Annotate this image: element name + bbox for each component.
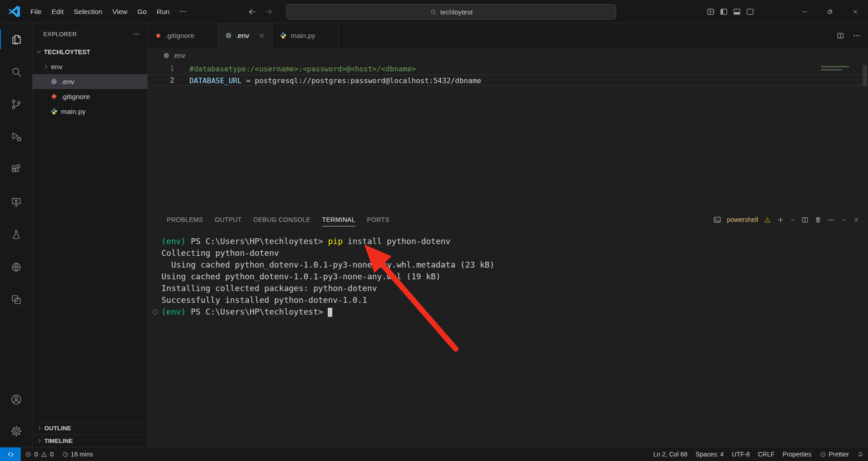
terminal-output[interactable]: (env) PS C:\Users\HP\techloytest> pip in…: [148, 230, 868, 318]
terminal-line: (env) PS C:\Users\HP\techloytest>: [161, 306, 868, 318]
status-bar: 0 0 16 mins Ln 2, Col 68 Spaces: 4 UTF-8…: [0, 447, 868, 461]
panel-tab-terminal[interactable]: TERMINAL: [316, 209, 361, 230]
cursor-position[interactable]: Ln 2, Col 68: [649, 447, 692, 461]
tab-gitignore[interactable]: .gitignore: [148, 23, 218, 48]
encoding-status[interactable]: UTF-8: [728, 447, 754, 461]
menu-item-run[interactable]: Run: [151, 4, 174, 19]
notifications-bell[interactable]: [853, 447, 868, 461]
file-label: main.py: [61, 108, 85, 116]
extensions-icon[interactable]: [0, 153, 33, 186]
timeline-section[interactable]: TIMELINE: [33, 434, 147, 447]
accounts-icon[interactable]: [0, 384, 33, 415]
toggle-secondary-sidebar-icon[interactable]: [745, 7, 755, 16]
menu-item-file[interactable]: File: [25, 4, 47, 19]
tab-label: .env: [236, 32, 249, 40]
split-terminal-icon[interactable]: [801, 216, 809, 224]
customize-layout-icon[interactable]: [706, 7, 715, 16]
minimize-button[interactable]: [792, 0, 817, 23]
outline-section[interactable]: OUTLINE: [33, 422, 147, 434]
explorer-more-actions-icon[interactable]: [132, 30, 140, 38]
activity-bar: [0, 23, 33, 447]
code-text: DATABASE_URL = postgresql://postgres:pas…: [174, 75, 481, 85]
remote-icon: [7, 451, 14, 458]
language-mode[interactable]: Properties: [778, 447, 816, 461]
close-window-button[interactable]: [843, 0, 868, 23]
run-debug-icon[interactable]: [0, 121, 33, 153]
command-center-search[interactable]: techloytest: [286, 4, 616, 19]
menu-bar: FileEditSelectionViewGoRun: [25, 0, 191, 23]
duration-label: 16 mins: [71, 451, 93, 458]
overlapping-windows-icon[interactable]: [0, 283, 33, 316]
shell-label[interactable]: powershell: [727, 216, 758, 223]
code-line[interactable]: 1#databasetype:/<username>:<password>@<h…: [148, 63, 868, 75]
tab-main-py[interactable]: main.py: [273, 23, 339, 48]
split-editor-icon[interactable]: [836, 32, 844, 40]
editor-more-actions-icon[interactable]: [853, 32, 861, 40]
search-sidebar-icon[interactable]: [0, 56, 33, 88]
panel-tab-problems[interactable]: PROBLEMS: [161, 209, 209, 230]
explorer-icon[interactable]: [0, 23, 33, 56]
close-panel-icon[interactable]: [853, 216, 860, 223]
forward-arrow-icon[interactable]: [264, 7, 273, 16]
toggle-panel-icon[interactable]: [732, 7, 741, 16]
new-terminal-icon[interactable]: [777, 216, 784, 224]
problems-status[interactable]: 0 0: [21, 447, 58, 461]
warning-count: 0: [50, 451, 54, 458]
section-label: TIMELINE: [44, 437, 73, 444]
panel-tab-output[interactable]: OUTPUT: [209, 209, 247, 230]
tree-item-gitignore[interactable]: .gitignore: [33, 89, 147, 104]
tab-env[interactable]: .env: [218, 23, 273, 48]
eol-status[interactable]: CRLF: [754, 447, 779, 461]
breadcrumb-file: .env: [173, 52, 185, 59]
shell-warning-icon[interactable]: [764, 216, 771, 224]
chevron-down-icon: [35, 48, 42, 56]
indentation-status[interactable]: Spaces: 4: [692, 447, 728, 461]
minimap[interactable]: [821, 66, 860, 71]
menu-item-view[interactable]: View: [107, 4, 132, 19]
terminal-line: Collecting python-dotenv: [161, 247, 868, 259]
terminal-line: Successfully installed python-dotenv-1.0…: [161, 294, 868, 306]
editor-area: .gitignore .env main.py .env 1#: [148, 23, 868, 447]
code-line[interactable]: 2DATABASE_URL = postgresql://postgres:pa…: [148, 75, 868, 86]
panel-tab-ports[interactable]: PORTS: [361, 209, 395, 230]
kill-terminal-icon[interactable]: [814, 216, 822, 224]
globe-icon[interactable]: [0, 251, 33, 283]
settings-gear-icon[interactable]: [0, 415, 33, 447]
check-circle-icon: [820, 451, 826, 458]
remote-indicator[interactable]: [0, 447, 21, 461]
terminal-shell-icon: [713, 216, 722, 224]
toggle-sidebar-icon[interactable]: [719, 7, 728, 16]
warning-icon: [41, 451, 47, 458]
code-editor[interactable]: 1#databasetype:/<username>:<password>@<h…: [148, 63, 868, 209]
breadcrumb[interactable]: .env: [148, 48, 868, 63]
source-control-icon[interactable]: [0, 88, 33, 121]
menu-item-edit[interactable]: Edit: [47, 4, 69, 19]
testing-icon[interactable]: [0, 218, 33, 251]
duration-status[interactable]: 16 mins: [58, 447, 97, 461]
terminal-line: Installing collected packages: python-do…: [161, 282, 868, 294]
search-text: techloytest: [440, 8, 473, 16]
menu-more-icon[interactable]: [175, 4, 191, 19]
tree-item-env-file[interactable]: .env: [33, 74, 147, 89]
file-label: .gitignore: [61, 93, 90, 101]
editor-scrollbar[interactable]: [863, 65, 867, 86]
line-number: 1: [148, 63, 174, 75]
menu-item-selection[interactable]: Selection: [69, 4, 108, 19]
back-arrow-icon[interactable]: [248, 7, 257, 16]
formatter-status[interactable]: Prettier: [816, 447, 853, 461]
terminal-cursor: [328, 308, 332, 317]
close-tab-icon[interactable]: [259, 33, 265, 39]
restore-button[interactable]: [817, 0, 843, 23]
vscode-window: FileEditSelectionViewGoRun techloytest: [0, 0, 868, 461]
terminal-dropdown-icon[interactable]: [790, 217, 796, 223]
menu-item-go[interactable]: Go: [132, 4, 152, 19]
remote-explorer-icon[interactable]: [0, 186, 33, 218]
panel-more-actions-icon[interactable]: [827, 216, 835, 224]
tree-item-main-py[interactable]: main.py: [33, 104, 147, 119]
workspace-root[interactable]: TECHLOYTEST: [33, 45, 147, 59]
vscode-logo-icon: [8, 5, 20, 18]
maximize-panel-icon[interactable]: [840, 216, 847, 223]
gear-file-icon: [225, 32, 232, 39]
tree-item-env-folder[interactable]: env: [33, 59, 147, 74]
panel-tab-debug-console[interactable]: DEBUG CONSOLE: [248, 209, 316, 230]
